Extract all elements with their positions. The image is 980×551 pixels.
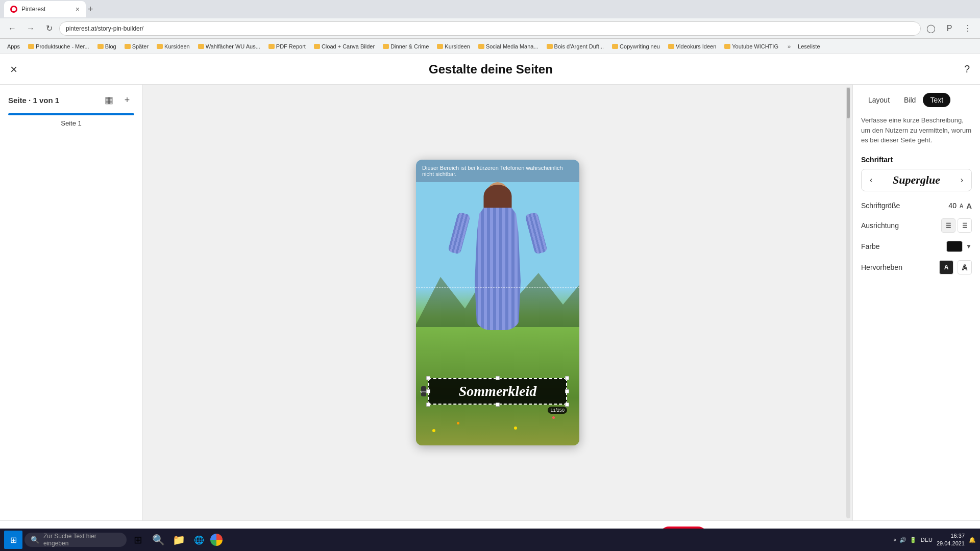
browser-tab[interactable]: Pinterest × xyxy=(4,1,86,17)
phone-frame: Dieser Bereich ist bei kürzeren Telefone… xyxy=(416,160,579,445)
new-tab-button[interactable]: + xyxy=(86,4,95,15)
taskbar-files-button[interactable]: 📁 xyxy=(169,531,188,549)
top-notice-overlay: Dieser Bereich ist bei kürzeren Telefone… xyxy=(416,160,579,182)
bookmark-leseliste[interactable]: Leseliste xyxy=(795,42,823,51)
taskbar-right: ⌖ 🔊 🔋 DEU 16:37 29.04.2021 🔔 xyxy=(893,532,976,548)
text-box[interactable]: Sommerkleid xyxy=(428,378,567,405)
hervorheben-row: Hervorheben A A xyxy=(861,260,972,274)
tab-favicon xyxy=(10,6,17,13)
left-sidebar: Seite · 1 von 1 ▦ + Sommerkleid Seite 1 xyxy=(0,85,143,520)
tab-layout[interactable]: Layout xyxy=(861,93,897,107)
tab-bild[interactable]: Bild xyxy=(897,93,923,107)
page-label: Seite 1 xyxy=(8,119,134,127)
reload-button[interactable]: ↻ xyxy=(41,20,57,37)
canvas-area: Dieser Bereich ist bei kürzeren Telefone… xyxy=(143,85,852,520)
address-text: pinterest.at/story-pin-builder/ xyxy=(66,25,143,32)
taskbar-search-text: Zur Suche Text hier eingeben xyxy=(43,533,120,547)
font-size-increase-icon[interactable]: A xyxy=(966,202,972,210)
page-title: Gestalte deine Seiten xyxy=(429,62,553,77)
bookmark-2[interactable]: Blog xyxy=(94,42,119,51)
bookmark-apps[interactable]: Apps xyxy=(4,42,23,51)
farbe-row: Farbe ▼ xyxy=(861,241,972,252)
panel-tabs: Layout Bild Text xyxy=(861,93,972,107)
extensions-button[interactable]: ◯ xyxy=(923,20,939,37)
canvas-scrollbar-handle xyxy=(847,88,850,118)
taskbar-clock: 16:37 29.04.2021 xyxy=(937,532,965,548)
forward-button[interactable]: → xyxy=(22,20,39,37)
highlight-outline-button[interactable]: A xyxy=(958,260,972,274)
ausrichtung-label: Ausrichtung xyxy=(861,221,899,230)
phone-background: Dieser Bereich ist bei kürzeren Telefone… xyxy=(416,160,579,445)
taskbar: ⊞ 🔍 Zur Suche Text hier eingeben ⊞ 🔍 📁 🌐… xyxy=(0,529,980,551)
font-name: Superglue xyxy=(893,173,940,187)
left-resize-handle[interactable]: ⟺ xyxy=(421,386,426,396)
char-count: 11/250 xyxy=(548,407,567,414)
color-swatch[interactable] xyxy=(946,241,963,252)
schriftart-label: Schriftart xyxy=(861,156,972,164)
bookmark-13[interactable]: Videokurs Ideen xyxy=(665,42,719,51)
hervorheben-label: Hervorheben xyxy=(861,263,902,271)
taskbar-search-button[interactable]: 🔍 xyxy=(149,531,167,549)
taskbar-chrome-button[interactable] xyxy=(210,534,223,546)
schriftgroesse-row: Schriftgröße 40 A A xyxy=(861,202,972,210)
profile-button[interactable]: P xyxy=(941,20,958,37)
tab-close-button[interactable]: × xyxy=(76,5,80,13)
page-thumbnail-container[interactable]: Sommerkleid xyxy=(8,113,134,115)
schriftgroesse-label: Schriftgröße xyxy=(861,202,900,210)
sidebar-title: Seite · 1 von 1 xyxy=(8,96,59,105)
font-size-decrease-icon[interactable]: A xyxy=(960,203,963,209)
bookmark-3[interactable]: Später xyxy=(121,42,152,51)
text-block[interactable]: ⟺ xyxy=(428,378,567,405)
bookmark-6[interactable]: PDF Report xyxy=(265,42,309,51)
panel-description: Verfasse eine kurze Beschreibung, um den… xyxy=(861,115,972,145)
add-page-button[interactable]: + xyxy=(120,93,134,107)
font-prev-button[interactable]: ‹ xyxy=(868,176,874,185)
close-button[interactable]: × xyxy=(10,62,17,77)
highlight-solid-button[interactable]: A xyxy=(939,260,953,274)
canvas-scrollbar[interactable] xyxy=(846,87,850,518)
app-header: × Gestalte deine Seiten ? xyxy=(0,54,980,85)
menu-button[interactable]: ⋮ xyxy=(960,20,976,37)
bookmark-14[interactable]: Youtube WICHTIG xyxy=(721,42,781,51)
taskbar-time-value: 16:37 xyxy=(937,532,965,540)
align-left-button[interactable]: ☰ xyxy=(941,218,955,233)
ausrichtung-row: Ausrichtung ☰ ☰ xyxy=(861,218,972,233)
bookmarks-more-button[interactable]: » xyxy=(786,42,793,51)
crop-line xyxy=(416,287,579,288)
bookmark-4[interactable]: Kursideen xyxy=(154,42,193,51)
bookmark-9[interactable]: Kursideen xyxy=(434,42,473,51)
taskbar-apps-button[interactable]: ⊞ xyxy=(129,531,147,549)
bookmark-11[interactable]: Bois d'Argent Duft... xyxy=(544,42,607,51)
tab-title: Pinterest xyxy=(21,6,45,13)
bookmark-1[interactable]: Produktsuche - Mer... xyxy=(25,42,92,51)
address-bar[interactable]: pinterest.at/story-pin-builder/ xyxy=(59,21,921,36)
notifications-button[interactable]: 🔔 xyxy=(969,537,976,543)
font-selector: ‹ Superglue › xyxy=(861,169,972,191)
help-button[interactable]: ? xyxy=(964,63,970,75)
bookmark-5[interactable]: Wahlfächer WU Aus... xyxy=(195,42,263,51)
bookmark-8[interactable]: Dinner & Crime xyxy=(380,42,432,51)
volume-icon: 🔊 xyxy=(899,537,906,543)
battery-icon: 🔋 xyxy=(910,537,917,543)
color-dropdown-button[interactable]: ▼ xyxy=(966,243,972,250)
taskbar-search[interactable]: 🔍 Zur Suche Text hier eingeben xyxy=(24,533,127,547)
taskbar-edge-button[interactable]: 🌐 xyxy=(190,531,208,549)
language-indicator: DEU xyxy=(921,537,933,543)
font-next-button[interactable]: › xyxy=(959,176,965,185)
bookmark-7[interactable]: Cload + Canva Bilder xyxy=(311,42,378,51)
system-tray: ⌖ 🔊 🔋 xyxy=(893,537,917,543)
bookmark-10[interactable]: Social Media Mana... xyxy=(475,42,542,51)
font-size-value: 40 xyxy=(948,202,957,210)
taskbar-date-value: 29.04.2021 xyxy=(937,540,965,547)
text-box-content[interactable]: Sommerkleid xyxy=(437,383,558,399)
bookmark-12[interactable]: Copywriting neu xyxy=(609,42,663,51)
farbe-label: Farbe xyxy=(861,242,880,251)
align-right-button[interactable]: ☰ xyxy=(958,218,972,233)
duplicate-page-button[interactable]: ▦ xyxy=(102,93,116,107)
right-panel: Layout Bild Text Verfasse eine kurze Bes… xyxy=(852,85,980,520)
start-button[interactable]: ⊞ xyxy=(4,531,22,549)
tab-text[interactable]: Text xyxy=(923,93,950,107)
network-icon: ⌖ xyxy=(893,537,896,543)
back-button[interactable]: ← xyxy=(4,20,20,37)
top-notice-text: Dieser Bereich ist bei kürzeren Telefone… xyxy=(422,165,563,177)
